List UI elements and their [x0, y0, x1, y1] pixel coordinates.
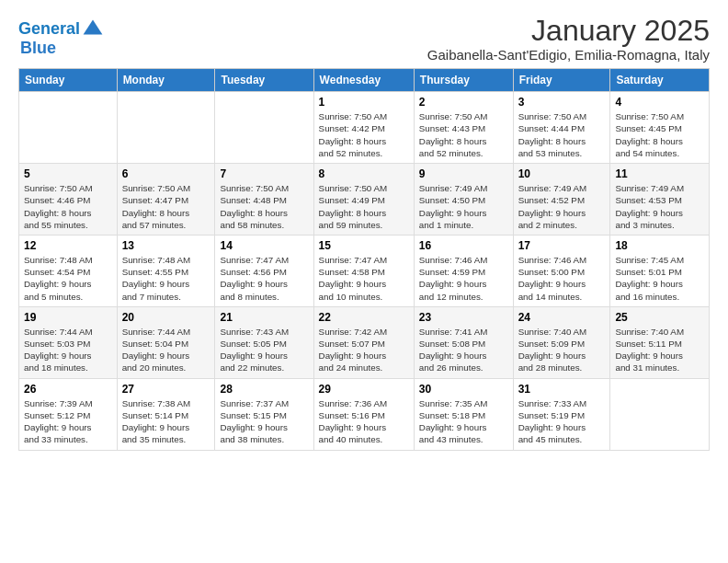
day-number: 30 [419, 383, 508, 396]
day-number: 16 [419, 239, 508, 252]
day-info: Sunrise: 7:50 AM Sunset: 4:45 PM Dayligh… [615, 110, 704, 159]
logo-text: General [18, 20, 80, 39]
page: General Blue January 2025 Gaibanella-San… [0, 0, 728, 460]
day-info: Sunrise: 7:48 AM Sunset: 4:54 PM Dayligh… [24, 254, 112, 303]
day-cell: 21Sunrise: 7:43 AM Sunset: 5:05 PM Dayli… [215, 306, 313, 378]
day-cell: 8Sunrise: 7:50 AM Sunset: 4:49 PM Daylig… [313, 164, 414, 236]
calendar-table: SundayMondayTuesdayWednesdayThursdayFrid… [18, 68, 710, 450]
day-info: Sunrise: 7:46 AM Sunset: 5:00 PM Dayligh… [518, 254, 606, 303]
day-cell: 9Sunrise: 7:49 AM Sunset: 4:50 PM Daylig… [414, 164, 513, 236]
day-cell: 6Sunrise: 7:50 AM Sunset: 4:47 PM Daylig… [117, 164, 215, 236]
day-number: 10 [518, 167, 606, 180]
logo-icon [82, 18, 104, 40]
day-cell: 28Sunrise: 7:37 AM Sunset: 5:15 PM Dayli… [215, 378, 313, 450]
day-number: 14 [220, 239, 308, 252]
day-number: 3 [518, 96, 606, 109]
day-number: 12 [24, 239, 112, 252]
day-number: 26 [24, 383, 112, 396]
day-info: Sunrise: 7:50 AM Sunset: 4:42 PM Dayligh… [319, 110, 409, 159]
day-number: 1 [319, 96, 409, 109]
day-info: Sunrise: 7:48 AM Sunset: 4:55 PM Dayligh… [122, 254, 210, 303]
week-row-0: 1Sunrise: 7:50 AM Sunset: 4:42 PM Daylig… [19, 92, 710, 164]
subtitle: Gaibanella-Sant'Edigio, Emilia-Romagna, … [427, 47, 710, 63]
day-number: 15 [319, 239, 409, 252]
day-number: 8 [319, 167, 409, 180]
day-cell: 2Sunrise: 7:50 AM Sunset: 4:43 PM Daylig… [414, 92, 513, 164]
day-info: Sunrise: 7:49 AM Sunset: 4:53 PM Dayligh… [615, 182, 704, 231]
logo-blue: Blue [20, 39, 104, 58]
day-info: Sunrise: 7:41 AM Sunset: 5:08 PM Dayligh… [419, 326, 508, 374]
header-cell-thursday: Thursday [414, 69, 513, 92]
day-info: Sunrise: 7:40 AM Sunset: 5:11 PM Dayligh… [615, 326, 704, 374]
day-info: Sunrise: 7:40 AM Sunset: 5:09 PM Dayligh… [518, 326, 606, 374]
day-info: Sunrise: 7:38 AM Sunset: 5:14 PM Dayligh… [122, 397, 210, 446]
header-cell-friday: Friday [513, 69, 610, 92]
day-number: 31 [518, 383, 606, 396]
day-info: Sunrise: 7:50 AM Sunset: 4:47 PM Dayligh… [122, 182, 210, 231]
day-cell: 23Sunrise: 7:41 AM Sunset: 5:08 PM Dayli… [414, 306, 513, 378]
day-info: Sunrise: 7:50 AM Sunset: 4:46 PM Dayligh… [24, 182, 112, 231]
day-info: Sunrise: 7:43 AM Sunset: 5:05 PM Dayligh… [220, 326, 308, 374]
day-cell [610, 378, 710, 450]
day-info: Sunrise: 7:50 AM Sunset: 4:44 PM Dayligh… [518, 110, 606, 159]
day-info: Sunrise: 7:50 AM Sunset: 4:43 PM Dayligh… [419, 110, 508, 159]
header-cell-sunday: Sunday [19, 69, 118, 92]
day-cell [19, 92, 118, 164]
day-cell: 17Sunrise: 7:46 AM Sunset: 5:00 PM Dayli… [513, 235, 610, 306]
day-number: 18 [615, 239, 704, 252]
day-cell: 14Sunrise: 7:47 AM Sunset: 4:56 PM Dayli… [215, 235, 313, 306]
day-cell: 18Sunrise: 7:45 AM Sunset: 5:01 PM Dayli… [610, 235, 710, 306]
day-number: 7 [220, 167, 308, 180]
day-number: 24 [518, 311, 606, 324]
day-cell: 29Sunrise: 7:36 AM Sunset: 5:16 PM Dayli… [313, 378, 414, 450]
day-info: Sunrise: 7:39 AM Sunset: 5:12 PM Dayligh… [24, 397, 112, 446]
day-cell [117, 92, 215, 164]
day-number: 9 [419, 167, 508, 180]
header-row: SundayMondayTuesdayWednesdayThursdayFrid… [19, 69, 710, 92]
day-info: Sunrise: 7:50 AM Sunset: 4:48 PM Dayligh… [220, 182, 308, 231]
day-cell: 19Sunrise: 7:44 AM Sunset: 5:03 PM Dayli… [19, 306, 118, 378]
day-cell: 13Sunrise: 7:48 AM Sunset: 4:55 PM Dayli… [117, 235, 215, 306]
day-cell: 12Sunrise: 7:48 AM Sunset: 4:54 PM Dayli… [19, 235, 118, 306]
day-info: Sunrise: 7:45 AM Sunset: 5:01 PM Dayligh… [615, 254, 704, 303]
day-info: Sunrise: 7:49 AM Sunset: 4:50 PM Dayligh… [419, 182, 508, 231]
day-cell: 20Sunrise: 7:44 AM Sunset: 5:04 PM Dayli… [117, 306, 215, 378]
day-number: 13 [122, 239, 210, 252]
day-cell: 26Sunrise: 7:39 AM Sunset: 5:12 PM Dayli… [19, 378, 118, 450]
day-number: 22 [319, 311, 409, 324]
day-cell: 25Sunrise: 7:40 AM Sunset: 5:11 PM Dayli… [610, 306, 710, 378]
day-info: Sunrise: 7:36 AM Sunset: 5:16 PM Dayligh… [319, 397, 409, 446]
header-cell-saturday: Saturday [610, 69, 710, 92]
day-number: 6 [122, 167, 210, 180]
day-info: Sunrise: 7:44 AM Sunset: 5:04 PM Dayligh… [122, 326, 210, 374]
svg-marker-0 [84, 20, 103, 35]
header-cell-monday: Monday [117, 69, 215, 92]
header: General Blue January 2025 Gaibanella-San… [18, 15, 710, 63]
day-cell: 15Sunrise: 7:47 AM Sunset: 4:58 PM Dayli… [313, 235, 414, 306]
day-cell: 11Sunrise: 7:49 AM Sunset: 4:53 PM Dayli… [610, 164, 710, 236]
title-block: January 2025 Gaibanella-Sant'Edigio, Emi… [427, 15, 710, 63]
day-cell [215, 92, 313, 164]
day-info: Sunrise: 7:44 AM Sunset: 5:03 PM Dayligh… [24, 326, 112, 374]
day-info: Sunrise: 7:49 AM Sunset: 4:52 PM Dayligh… [518, 182, 606, 231]
week-row-4: 26Sunrise: 7:39 AM Sunset: 5:12 PM Dayli… [19, 378, 710, 450]
day-info: Sunrise: 7:46 AM Sunset: 4:59 PM Dayligh… [419, 254, 508, 303]
day-number: 5 [24, 167, 112, 180]
day-cell: 22Sunrise: 7:42 AM Sunset: 5:07 PM Dayli… [313, 306, 414, 378]
day-info: Sunrise: 7:33 AM Sunset: 5:19 PM Dayligh… [518, 397, 606, 446]
day-number: 29 [319, 383, 409, 396]
day-number: 28 [220, 383, 308, 396]
day-info: Sunrise: 7:35 AM Sunset: 5:18 PM Dayligh… [419, 397, 508, 446]
day-info: Sunrise: 7:37 AM Sunset: 5:15 PM Dayligh… [220, 397, 308, 446]
day-cell: 30Sunrise: 7:35 AM Sunset: 5:18 PM Dayli… [414, 378, 513, 450]
day-number: 17 [518, 239, 606, 252]
day-info: Sunrise: 7:42 AM Sunset: 5:07 PM Dayligh… [319, 326, 409, 374]
day-number: 2 [419, 96, 508, 109]
day-info: Sunrise: 7:50 AM Sunset: 4:49 PM Dayligh… [319, 182, 409, 231]
day-cell: 27Sunrise: 7:38 AM Sunset: 5:14 PM Dayli… [117, 378, 215, 450]
day-cell: 31Sunrise: 7:33 AM Sunset: 5:19 PM Dayli… [513, 378, 610, 450]
day-number: 20 [122, 311, 210, 324]
day-number: 25 [615, 311, 704, 324]
day-cell: 1Sunrise: 7:50 AM Sunset: 4:42 PM Daylig… [313, 92, 414, 164]
day-cell: 7Sunrise: 7:50 AM Sunset: 4:48 PM Daylig… [215, 164, 313, 236]
